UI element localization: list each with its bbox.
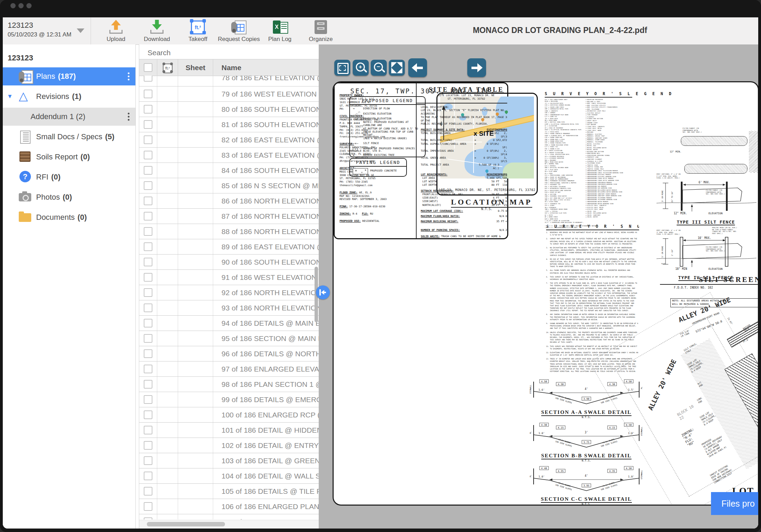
row-checkbox[interactable]: [144, 212, 152, 221]
table-row[interactable]: 93 of 186 NORTH ELEVATION @ I: [139, 300, 319, 316]
table-row[interactable]: 101 of 186 DETAIL @ HIDDEN DC: [139, 423, 319, 438]
row-checkbox[interactable]: [144, 441, 152, 450]
table-row[interactable]: 81 of 186 SOUTH ELEVATION @ S: [139, 117, 319, 132]
table-row[interactable]: 82 of 186 EAST ELEVATION @ SU: [139, 132, 319, 148]
select-all-checkbox[interactable]: [144, 63, 152, 72]
table-row[interactable]: 88 of 186 NORTH ELEVATION @ I: [139, 224, 319, 239]
window-control-dot[interactable]: [26, 3, 32, 8]
row-checkbox[interactable]: [144, 426, 152, 434]
table-row[interactable]: 83 of 186 EAST ELEVATION @ PD: [139, 148, 319, 163]
row-checkbox[interactable]: [144, 258, 152, 266]
row-checkbox[interactable]: [144, 349, 152, 358]
svg-text:4.35: 4.35: [558, 470, 564, 473]
table-row[interactable]: 95 of 186 SECTION @ MAIN ENTI: [139, 331, 319, 346]
table-row[interactable]: 86 of 186 NORTH ELEVATION @ V: [139, 193, 319, 209]
table-row[interactable]: 84 of 186 SOUTH ELEVATION @ F: [139, 163, 319, 178]
row-checkbox[interactable]: [144, 472, 152, 480]
table-row[interactable]: 105 of 186 DETAILS @ TILE PATTE: [139, 484, 319, 499]
window-control-dot[interactable]: [10, 3, 16, 8]
table-row[interactable]: 78 of 186 EAST ELEVATION @ M: [139, 76, 319, 86]
table-row[interactable]: 100 of 186 ENLARGED RCP (CATC: [139, 407, 319, 423]
chevron-down-icon[interactable]: [77, 28, 84, 33]
sidebar-item-rfi[interactable]: ?RFI(0): [3, 168, 135, 186]
kebab-menu-icon[interactable]: [128, 113, 130, 121]
row-checkbox[interactable]: [144, 380, 152, 389]
pdf-page[interactable]: SEC. 17, TWP. 30S., RNG. 17E. PROPOSED L…: [333, 81, 758, 506]
row-checkbox[interactable]: [144, 105, 152, 114]
plan-log-button[interactable]: XPlan Log: [265, 19, 294, 43]
row-checkbox[interactable]: [144, 365, 152, 373]
fit-screen-button[interactable]: [389, 60, 405, 76]
zoom-in-button[interactable]: +: [353, 60, 369, 76]
kebab-menu-icon[interactable]: [128, 73, 130, 81]
row-checkbox[interactable]: [144, 90, 152, 98]
row-checkbox[interactable]: [144, 120, 152, 129]
collapse-panel-handle[interactable]: [316, 285, 330, 299]
table-row[interactable]: 98 of 186 PLAN SECTION 1 @ PIL: [139, 377, 319, 392]
table-row[interactable]: 99 of 186 DETAILS @ EMERGENC: [139, 392, 319, 407]
sidebar-item-revisions[interactable]: ▼△Revisions(1): [3, 88, 135, 106]
project-selector[interactable]: 123123 05/10/2023 @ 12:31 AM: [3, 17, 91, 44]
row-checkbox[interactable]: [144, 502, 152, 511]
next-page-button[interactable]: [467, 58, 486, 77]
row-checkbox[interactable]: [144, 273, 152, 282]
row-sheet-cell: [178, 346, 213, 361]
sidebar-item-photos[interactable]: Photos(0): [3, 188, 135, 206]
table-row[interactable]: 106 of 186 ENLARGED PLAN @ H: [139, 499, 319, 514]
row-checkbox[interactable]: [144, 395, 152, 404]
zoom-out-button[interactable]: −: [371, 60, 387, 76]
marquee-zoom-button[interactable]: [334, 60, 350, 76]
row-checkbox[interactable]: [144, 334, 152, 343]
sidebar-item-addendum-1[interactable]: Addendum 1 (2): [3, 108, 135, 126]
table-row[interactable]: 91 of 186 WEST ELEVATION 2 @ I: [139, 270, 319, 285]
row-checkbox[interactable]: [144, 76, 152, 82]
upload-button[interactable]: Upload: [101, 19, 131, 43]
organize-button[interactable]: Organize: [306, 19, 335, 43]
sidebar-item-soils-report[interactable]: Soils Report(0): [3, 148, 135, 166]
sidebar-item-documents[interactable]: Documents(0): [3, 208, 135, 226]
row-checkbox[interactable]: [144, 517, 152, 519]
table-row[interactable]: 79 of 186 WEST ELEVATION @ MI: [139, 86, 319, 102]
row-checkbox[interactable]: [144, 197, 152, 205]
sidebar-item-plans[interactable]: Plans(187): [3, 67, 135, 85]
files-processing-button[interactable]: Files pro: [711, 492, 758, 515]
table-row[interactable]: 87 of 186 NORTH ELEVATION @ I: [139, 209, 319, 224]
table-row[interactable]: 103 of 186 DETAIL @ GREEN WAL: [139, 453, 319, 468]
window-control-dot[interactable]: [18, 3, 24, 8]
request-copies-button[interactable]: Request Copies: [224, 19, 253, 43]
row-checkbox[interactable]: [144, 135, 152, 144]
disclosure-triangle-icon[interactable]: ▼: [7, 93, 13, 100]
row-checkbox[interactable]: [144, 242, 152, 251]
row-checkbox[interactable]: [144, 227, 152, 236]
table-row[interactable]: 97 of 186 ENLARGED ELEVATION: [139, 361, 319, 377]
sheet-column-header[interactable]: Sheet: [178, 59, 213, 76]
table-row[interactable]: 89 of 186 EAST ELEVATION @ EM: [139, 239, 319, 255]
row-checkbox[interactable]: [144, 456, 152, 465]
table-row[interactable]: 85 of 186 N S SECTION @ MDR ((: [139, 178, 319, 193]
download-button[interactable]: Download: [142, 19, 172, 43]
horizontal-scrollbar-thumb[interactable]: [147, 522, 225, 526]
sidebar-item-small-docs[interactable]: Small Docs / Specs(5): [3, 128, 135, 146]
table-row[interactable]: 92 of 186 NORTH ELEVATION @ V: [139, 285, 319, 300]
table-row[interactable]: 96 of 186 DETAILS @ NORTH BAY: [139, 346, 319, 361]
row-checkbox[interactable]: [144, 487, 152, 496]
row-checkbox[interactable]: [144, 410, 152, 419]
table-row[interactable]: 107 of 186 ENLARGED RCP (CATO: [139, 514, 319, 519]
row-checkbox[interactable]: [144, 181, 152, 190]
row-select-cell: [139, 438, 157, 453]
prev-page-button[interactable]: [408, 58, 427, 77]
table-row[interactable]: 102 of 186 DETAIL @ ENTRY CAG: [139, 438, 319, 453]
table-row[interactable]: 90 of 186 SOUTH ELEVATION @ E: [139, 255, 319, 270]
takeoff-button[interactable]: ft.²Takeoff: [183, 19, 212, 43]
horizontal-scrollbar[interactable]: [139, 520, 319, 529]
table-row[interactable]: 80 of 186 SOUTH ELEVATION @ N: [139, 102, 319, 117]
row-checkbox[interactable]: [144, 166, 152, 175]
row-checkbox[interactable]: [144, 288, 152, 297]
row-checkbox[interactable]: [144, 319, 152, 327]
row-checkbox[interactable]: [144, 151, 152, 159]
name-column-header[interactable]: Name: [213, 59, 319, 76]
search-input[interactable]: [147, 48, 310, 57]
row-checkbox[interactable]: [144, 304, 152, 312]
table-row[interactable]: 104 of 186 DETAIL @ WALL SCON: [139, 468, 319, 484]
table-row[interactable]: 94 of 186 DETAILS @ MAIN ENTR: [139, 316, 319, 331]
